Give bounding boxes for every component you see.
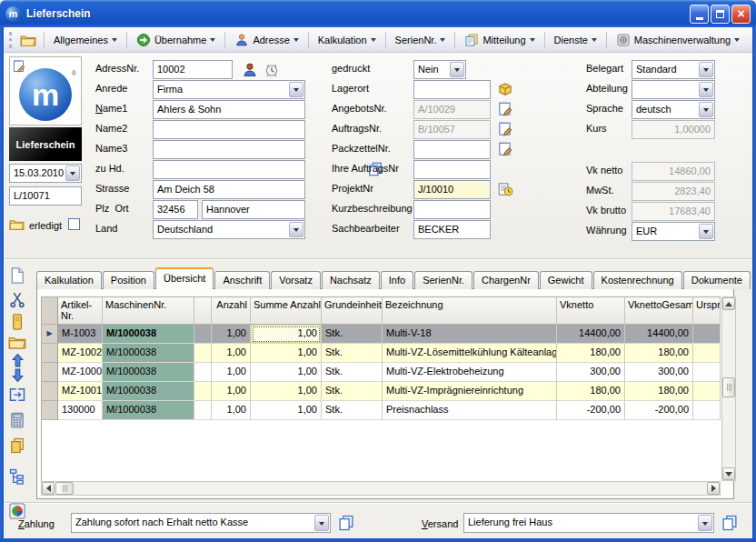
table-row[interactable]: 130000 M/1000038 1,00 1,00 Stk. Preisnac… — [42, 401, 721, 420]
cell-artikelnr[interactable]: MZ-1002 — [58, 344, 103, 363]
toolbar-grip[interactable] — [9, 32, 12, 48]
cell-ursprung[interactable] — [693, 382, 721, 401]
paste-icon[interactable] — [8, 313, 26, 331]
cell-bezeichnung[interactable]: Multi-VZ-Elektrobeheizung — [383, 363, 557, 382]
cell-anzahl[interactable]: 1,00 — [212, 401, 251, 420]
dropdown-button[interactable] — [699, 62, 713, 77]
col-vknetto[interactable]: Vknetto — [557, 297, 625, 325]
tab-anschrift[interactable]: Anschrift — [214, 271, 270, 289]
vertical-scrollbar[interactable] — [721, 296, 736, 481]
dropdown-button[interactable] — [699, 102, 713, 117]
copy-icon[interactable] — [337, 514, 355, 532]
scroll-down-button[interactable] — [722, 467, 735, 480]
cell-bezeichnung[interactable]: Multi-VZ-Lösemittelkühlung Kälteanlage — [383, 344, 557, 363]
packzettelnr-field[interactable] — [413, 140, 491, 159]
open-folder-icon[interactable] — [8, 333, 26, 351]
statistics-icon[interactable] — [8, 502, 26, 520]
cell-spacer[interactable] — [194, 401, 212, 420]
menu-uebernahme[interactable]: Übernahme — [131, 30, 221, 50]
open-folder-button[interactable] — [16, 30, 40, 50]
adressnr-field[interactable]: 10002 — [153, 60, 233, 79]
col-anzahl[interactable]: Anzahl — [212, 297, 251, 325]
menu-dienste[interactable]: Dienste — [549, 32, 602, 48]
cut-icon[interactable] — [8, 290, 26, 308]
cell-summe-anzahl[interactable]: 1,00 — [251, 344, 322, 363]
cell-bezeichnung[interactable]: Multi-VZ-Imprägniereinrichtung — [383, 382, 557, 401]
cell-vknettogesamt[interactable]: 180,00 — [625, 344, 693, 363]
cell-grundeinheit[interactable]: Stk. — [322, 401, 383, 420]
tab-seriennr[interactable]: SerienNr. — [414, 271, 472, 289]
document-date-select[interactable]: 15.03.2010 — [9, 164, 82, 183]
vertical-scroll-thumb[interactable] — [722, 377, 735, 397]
ort-field[interactable]: Hannover — [202, 200, 305, 219]
cell-anzahl[interactable]: 1,00 — [212, 325, 251, 344]
tab-kalkulation[interactable]: Kalkulation — [36, 271, 102, 289]
zahlung-select[interactable]: Zahlung sofort nach Erhalt netto Kasse — [71, 513, 331, 533]
table-row[interactable]: MZ-1001 M/1000038 1,00 1,00 Stk. Multi-V… — [42, 382, 721, 401]
table-row[interactable]: ▶ M-1003 M/1000038 1,00 1,00 Stk. Multi-… — [42, 325, 721, 344]
cell-vknetto[interactable]: 300,00 — [557, 363, 625, 382]
close-button[interactable]: × — [731, 5, 751, 24]
lagerort-field[interactable] — [413, 80, 491, 99]
maximize-button[interactable] — [711, 5, 730, 24]
cell-grundeinheit[interactable]: Stk. — [322, 363, 383, 382]
tab-uebersicht[interactable]: Übersicht — [155, 267, 214, 289]
cell-maschinennr[interactable]: M/1000038 — [103, 363, 194, 382]
anrede-select[interactable]: Firma — [153, 80, 305, 99]
cell-grundeinheit[interactable]: Stk. — [322, 325, 383, 344]
cell-bezeichnung[interactable]: Preisnachlass — [383, 401, 557, 420]
document-number-field[interactable]: L/10071 — [9, 186, 82, 206]
cell-spacer[interactable] — [194, 325, 212, 344]
package-icon[interactable] — [497, 81, 513, 97]
horizontal-scroll-thumb[interactable] — [55, 482, 74, 495]
tab-vorsatz[interactable]: Vorsatz — [271, 271, 321, 289]
cell-anzahl[interactable]: 1,00 — [212, 382, 251, 401]
col-summe-anzahl[interactable]: Summe Anzahl — [251, 297, 322, 325]
cell-summe-anzahl[interactable]: 1,00 — [251, 401, 322, 420]
dropdown-button[interactable] — [314, 515, 329, 531]
horizontal-scrollbar[interactable] — [41, 481, 721, 496]
sprache-select[interactable]: deutsch — [632, 100, 715, 119]
versand-select[interactable]: Lieferung frei Haus — [463, 513, 714, 533]
cell-summe-anzahl[interactable]: 1,00 — [251, 363, 322, 382]
col-ursprung[interactable]: Urspr — [693, 297, 721, 325]
cell-spacer[interactable] — [194, 344, 212, 363]
zuhd-field[interactable] — [153, 160, 305, 179]
tab-kostenrechnung[interactable]: Kostenrechnung — [593, 271, 682, 289]
copy-position-icon[interactable] — [8, 437, 26, 455]
tab-position[interactable]: Position — [103, 271, 154, 289]
titlebar[interactable]: m Lieferschein × — [0, 0, 756, 27]
col-artikelnr[interactable]: Artikel-Nr. — [58, 297, 103, 325]
cell-maschinennr[interactable]: M/1000038 — [103, 344, 194, 363]
menu-seriennr[interactable]: SerienNr. — [390, 32, 452, 48]
notepad-pen-icon[interactable] — [12, 59, 26, 74]
dropdown-button[interactable] — [699, 224, 713, 239]
cell-ursprung[interactable] — [693, 325, 721, 344]
dropdown-button[interactable] — [698, 515, 712, 531]
person-icon[interactable] — [242, 62, 258, 78]
name2-field[interactable] — [153, 120, 305, 139]
scroll-left-button[interactable] — [42, 482, 55, 495]
menu-mitteilung[interactable]: Mitteilung — [459, 30, 540, 50]
minimize-button[interactable] — [690, 5, 709, 24]
cell-vknettogesamt[interactable]: -200,00 — [625, 401, 693, 420]
gedruckt-select[interactable]: Nein — [413, 60, 466, 79]
menu-adresse[interactable]: Adresse — [229, 30, 303, 50]
cell-vknetto[interactable]: 180,00 — [557, 382, 625, 401]
cell-ursprung[interactable] — [693, 363, 721, 382]
alarm-clock-icon[interactable] — [264, 62, 280, 78]
cell-maschinennr[interactable]: M/1000038 — [103, 401, 194, 420]
table-row[interactable]: MZ-1002 M/1000038 1,00 1,00 Stk. Multi-V… — [42, 344, 721, 363]
cell-bezeichnung[interactable]: Multi-V-18 — [383, 325, 557, 344]
cell-vknetto[interactable]: 180,00 — [557, 344, 625, 363]
dropdown-button[interactable] — [65, 166, 80, 181]
cell-grundeinheit[interactable]: Stk. — [322, 344, 383, 363]
cell-summe-anzahl[interactable]: 1,00 — [251, 325, 322, 344]
scroll-right-button[interactable] — [707, 482, 720, 495]
tab-nachsatz[interactable]: Nachsatz — [322, 271, 380, 289]
ihre-auftragsnr-field[interactable] — [413, 160, 491, 179]
cell-anzahl[interactable]: 1,00 — [212, 344, 251, 363]
calculator-icon[interactable] — [8, 411, 26, 429]
name3-field[interactable] — [153, 140, 305, 159]
cell-vknetto[interactable]: 14400,00 — [557, 325, 625, 344]
